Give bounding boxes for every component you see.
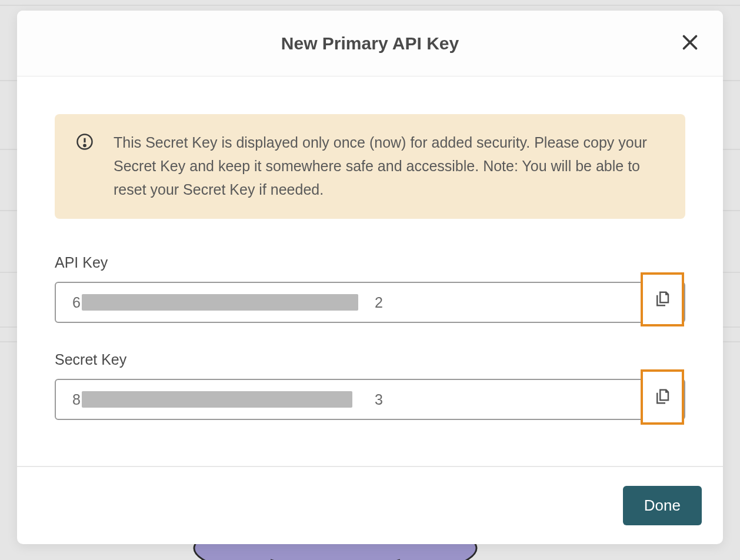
api-key-value[interactable]: 6 xxxxxxxxxxxxxxxxxxxxxxxxxxxxxxxxxxxxxx… <box>55 282 685 323</box>
api-key-prefix: 6 <box>72 294 81 311</box>
modal-footer: Done <box>17 466 723 544</box>
modal-header: New Primary API Key <box>17 11 723 76</box>
secret-key-prefix: 8 <box>72 391 81 408</box>
secret-key-label: Secret Key <box>55 351 685 368</box>
secret-key-suffix: 3 <box>375 391 383 408</box>
redaction-bar <box>82 294 358 311</box>
warning-icon <box>76 133 94 153</box>
api-key-field-group: API Key 6 xxxxxxxxxxxxxxxxxxxxxxxxxxxxxx… <box>55 254 685 323</box>
close-button[interactable] <box>677 31 703 56</box>
secret-key-field-group: Secret Key 8 xxxxxxxxxxxxxxxxxxxxxxxxxxx… <box>55 351 685 420</box>
copy-api-key-button[interactable] <box>641 272 684 326</box>
modal-title: New Primary API Key <box>281 34 459 54</box>
close-icon <box>679 32 701 55</box>
api-key-modal: New Primary API Key This Secret Key is d… <box>17 11 723 544</box>
modal-body: This Secret Key is displayed only once (… <box>17 76 723 466</box>
warning-text: This Secret Key is displayed only once (… <box>114 131 664 201</box>
api-key-suffix: 2 <box>375 294 383 311</box>
secret-key-value[interactable]: 8 xxxxxxxxxxxxxxxxxxxxxxxxxxxxxxxxxxxxxx… <box>55 379 685 420</box>
svg-point-5 <box>84 145 85 146</box>
done-button[interactable]: Done <box>623 486 702 525</box>
copy-icon <box>654 388 671 407</box>
redaction-bar <box>82 391 352 408</box>
copy-secret-key-button[interactable] <box>641 369 684 425</box>
copy-icon <box>654 290 671 309</box>
api-key-label: API Key <box>55 254 685 271</box>
warning-banner: This Secret Key is displayed only once (… <box>55 114 685 219</box>
